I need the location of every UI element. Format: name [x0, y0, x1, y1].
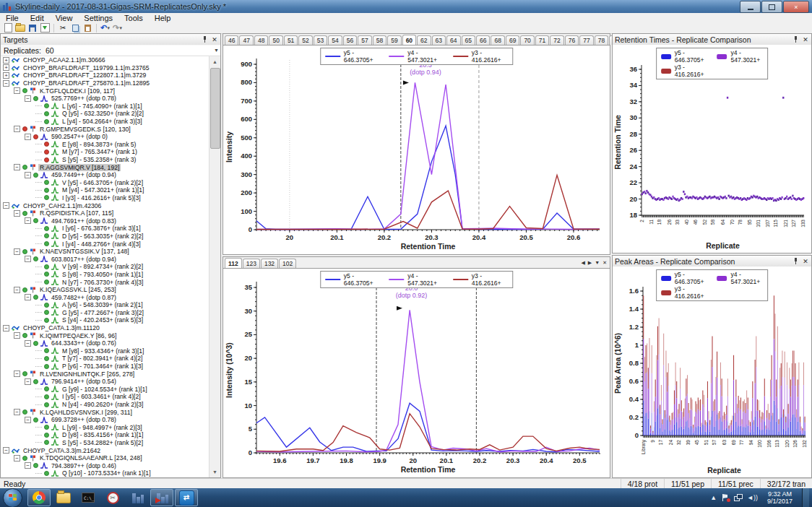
menu-settings[interactable]: Settings: [78, 14, 118, 22]
replicate-tab-123[interactable]: 123: [243, 259, 260, 268]
tree-label[interactable]: T [y7] - 802.3941+ (rank 4)[2]: [61, 355, 144, 362]
tree-label[interactable]: M [y8] - 933.4346+ (rank 3)[1]: [61, 347, 145, 355]
close-tab-icon[interactable]: ✕: [602, 260, 607, 266]
tree-row-protein[interactable]: +CHOYP_BRAFLDRAFT_122807.1.1|m.3729: [1, 72, 210, 79]
expand-icon[interactable]: +: [3, 57, 9, 64]
tree-row-transition[interactable]: M [y4] - 547.3021+ (rank 1)[1]: [1, 186, 210, 194]
tree-row-transition[interactable]: G [y9] - 1024.5534+ (rank 1)[1]: [1, 386, 210, 394]
open-file-icon[interactable]: [15, 23, 25, 32]
replicate-tab-76[interactable]: 76: [565, 35, 579, 45]
tree-row-peptide[interactable]: −R.GMPEMVSGEDK.S [120, 130]: [1, 125, 210, 133]
tree-row-transition[interactable]: A [y6] - 548.3039+ (rank 2)[1]: [1, 301, 210, 309]
replicate-tab-46[interactable]: 46: [225, 35, 238, 45]
title-bar[interactable]: Skyline-daily - 2017-08-31-Gigas-SRM-Rep…: [0, 0, 812, 13]
collapse-icon[interactable]: −: [14, 455, 20, 462]
chromatogram-top-chart[interactable]: 2020.120.220.320.420.520.601002003004005…: [223, 46, 610, 254]
tree-label[interactable]: I [y5] - 603.3461+ (rank 4)[2]: [61, 393, 142, 400]
collapse-icon[interactable]: −: [25, 340, 31, 347]
replicate-tab-66[interactable]: 66: [476, 35, 490, 45]
collapse-icon[interactable]: −: [14, 164, 20, 170]
replicate-tab-71[interactable]: 71: [535, 35, 549, 45]
replicate-tab-102[interactable]: 102: [279, 259, 296, 268]
menu-file[interactable]: File: [0, 14, 25, 22]
replicate-tab-50[interactable]: 50: [269, 35, 282, 45]
tree-label[interactable]: L [y4] - 504.2664+ (rank 3)[3]: [61, 118, 144, 125]
tree-row-protein[interactable]: +CHOYP_BRAFLDRAFT_119799.1.1|m.23765: [1, 64, 210, 72]
replicate-tab-69[interactable]: 69: [506, 35, 519, 45]
tree-label[interactable]: E [y8] - 894.3873+ (rank 5): [61, 141, 137, 148]
tree-row-precursor[interactable]: −603.8017++ (dotp 0.94): [1, 255, 210, 263]
taskbar-snipping-tool[interactable]: ✂: [101, 489, 124, 506]
tree-row-transition[interactable]: Q [y5] - 632.3250+ (rank 2)[2]: [1, 110, 210, 118]
expand-icon[interactable]: +: [3, 64, 9, 71]
import-results-icon[interactable]: [40, 23, 50, 32]
copy-icon[interactable]: [70, 23, 80, 32]
replicate-tab-68[interactable]: 68: [491, 35, 504, 45]
tree-label[interactable]: 494.7691++ (dotp 0.83): [50, 217, 118, 225]
tree-label[interactable]: 525.7769++ (dotp 0.78): [50, 95, 118, 102]
replicate-tab-56[interactable]: 56: [343, 35, 357, 45]
replicate-tab-132[interactable]: 132: [261, 259, 278, 268]
tree-label[interactable]: I [y4] - 448.2766+ (rank 4)[3]: [61, 240, 142, 248]
tree-row-transition[interactable]: I [y5] - 603.3461+ (rank 4)[2]: [1, 393, 210, 401]
tree-label[interactable]: N [y7] - 706.3730+ (rank 4)[3]: [61, 279, 145, 286]
scroll-tabs-right-icon[interactable]: ▶: [588, 260, 592, 266]
tree-row-precursor[interactable]: −459.7449++ (dotp 0.94): [1, 171, 210, 179]
replicate-tab-70[interactable]: 70: [520, 35, 534, 45]
tree-label[interactable]: K.IQIMTPEQAEK.Y [86, 96]: [38, 332, 118, 339]
tree-row-transition[interactable]: M [y7] - 765.3447+ (rank 1): [1, 148, 210, 156]
taskbar-command-prompt[interactable]: C:\_: [77, 489, 100, 506]
tree-row-transition[interactable]: T [y7] - 802.3941+ (rank 4)[2]: [1, 355, 210, 363]
tree-label[interactable]: K.TDQGIQNLSAAEANR.L [234, 248]: [38, 454, 144, 462]
tree-label[interactable]: N [y4] - 490.2620+ (rank 2)[3]: [61, 401, 145, 408]
replicate-tab-72[interactable]: 72: [550, 35, 563, 45]
tree-label[interactable]: CHOYP_BRAFLDRAFT_275870.1.1|m.12895: [22, 79, 151, 87]
collapse-icon[interactable]: −: [3, 202, 9, 209]
tree-row-peptide[interactable]: −K.LQAHLDSVSNVSK.I [299, 311]: [1, 408, 210, 416]
show-desktop-button[interactable]: [802, 488, 809, 507]
tree-label[interactable]: CHOYP_ACAA2.1.1|m.30666: [22, 56, 107, 64]
tree-label[interactable]: Q [y10] - 1073.5334+ (rank 1)[1]: [61, 469, 152, 477]
tree-row-protein[interactable]: −CHOYP_BRAFLDRAFT_275870.1.1|m.12895: [1, 79, 210, 87]
close-panel-icon[interactable]: ✕: [802, 36, 809, 43]
close-button[interactable]: ×: [783, 1, 809, 13]
scroll-up-icon[interactable]: ▲: [210, 56, 220, 67]
replicate-tab-60[interactable]: 60: [402, 35, 416, 45]
tree-label[interactable]: 796.9414++ (dotp 0.54): [50, 378, 118, 385]
tree-label[interactable]: P [y6] - 701.3464+ (rank 1)[3]: [61, 363, 144, 370]
collapse-icon[interactable]: −: [25, 134, 31, 140]
tree-row-transition[interactable]: P [y6] - 701.3464+ (rank 1)[3]: [1, 363, 210, 370]
tree-label[interactable]: A [y6] - 548.3039+ (rank 2)[1]: [61, 301, 144, 308]
replicate-tab-112[interactable]: 112: [225, 258, 242, 268]
collapse-icon[interactable]: −: [3, 325, 9, 332]
minimize-button[interactable]: [740, 1, 761, 13]
tree-label[interactable]: Q [y5] - 632.3250+ (rank 2)[2]: [61, 110, 145, 117]
tree-label[interactable]: K.TGFLQLDEK.I [109, 117]: [38, 87, 116, 95]
taskbar-teamviewer[interactable]: ⇄: [175, 489, 198, 506]
tree-label[interactable]: S [y4] - 420.2453+ (rank 5)[3]: [61, 316, 144, 324]
collapse-icon[interactable]: −: [25, 172, 31, 178]
taskbar-windows-explorer[interactable]: [52, 489, 75, 506]
collapse-icon[interactable]: −: [25, 417, 31, 423]
replicate-tab-57[interactable]: 57: [358, 35, 371, 45]
tree-label[interactable]: 603.8017++ (dotp 0.94): [50, 256, 118, 263]
tray-expand-icon[interactable]: ▲: [710, 494, 717, 501]
tree-row-transition[interactable]: N [y4] - 490.2620+ (rank 2)[3]: [1, 401, 210, 409]
tree-row-precursor[interactable]: −796.9414++ (dotp 0.54): [1, 378, 210, 386]
pin-icon[interactable]: [202, 36, 208, 43]
tree-row-transition[interactable]: S [y4] - 420.2453+ (rank 5)[3]: [1, 316, 210, 324]
tree-label[interactable]: I [y3] - 416.2616+ (rank 5)[3]: [61, 194, 142, 202]
tree-row-peptide[interactable]: −R.LVENIGNHLINTQK.F [265, 278]: [1, 370, 210, 378]
tree-label[interactable]: R.AGGSVMIQR.V [184, 192]: [38, 164, 121, 171]
tree-row-peptide[interactable]: −K.IQEAGSSVK.L [245, 253]: [1, 286, 210, 294]
tree-label[interactable]: 699.3728++ (dotp 0.78): [50, 416, 118, 423]
tree-row-transition[interactable]: I [y4] - 448.2766+ (rank 4)[3]: [1, 240, 210, 248]
scrollbar-thumb[interactable]: [210, 68, 220, 149]
tree-label[interactable]: 459.7449++ (dotp 0.94): [50, 171, 118, 178]
taskbar-chrome[interactable]: [27, 489, 51, 506]
taskbar-skyline[interactable]: [126, 489, 149, 506]
replicate-tab-54[interactable]: 54: [328, 35, 342, 45]
tree-row-peptide[interactable]: −R.AGGSVMIQR.V [184, 192]: [1, 163, 210, 171]
tree-label[interactable]: M [y7] - 765.3447+ (rank 1): [61, 148, 139, 155]
tree-label[interactable]: 590.2547++ (dotp 0): [50, 133, 109, 140]
